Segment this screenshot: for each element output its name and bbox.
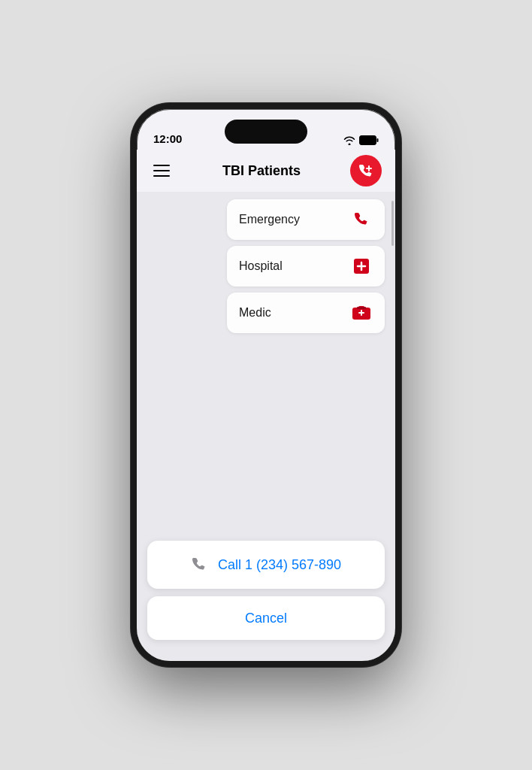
phone-frame: 12:00 TBI Patients [131,103,401,667]
dropdown-item-hospital[interactable]: Hospital [227,246,385,286]
hospital-icon [350,255,373,277]
dropdown-menu: Emergency Hospital Me [227,199,385,333]
hospital-label: Hospital [239,259,283,273]
nav-bar: TBI Patients [137,150,395,192]
svg-rect-7 [357,307,366,309]
battery-icon [359,135,379,145]
hamburger-menu-button[interactable] [150,162,173,180]
phone-plus-icon [358,163,374,178]
cancel-label: Cancel [245,611,287,626]
nav-title: TBI Patients [222,163,301,179]
medic-icon [350,302,373,324]
svg-rect-0 [360,136,376,145]
emergency-icon [350,208,373,231]
status-icons [343,135,379,145]
call-button[interactable]: Call 1 (234) 567-890 [147,541,385,589]
dropdown-item-medic[interactable]: Medic [227,293,385,333]
main-content: Emergency Hospital Me [137,192,395,661]
action-sheet: Call 1 (234) 567-890 Cancel [137,541,395,661]
dynamic-island [225,120,307,144]
emergency-call-fab[interactable] [350,155,382,186]
phone-icon [191,556,207,573]
call-label: Call 1 (234) 567-890 [218,557,341,573]
wifi-icon [343,136,355,145]
svg-rect-1 [377,138,379,142]
cancel-button[interactable]: Cancel [147,596,385,640]
dropdown-item-emergency[interactable]: Emergency [227,199,385,240]
scrollbar [391,201,394,246]
status-time: 12:00 [153,132,182,145]
medic-label: Medic [239,306,271,320]
emergency-label: Emergency [239,213,300,226]
